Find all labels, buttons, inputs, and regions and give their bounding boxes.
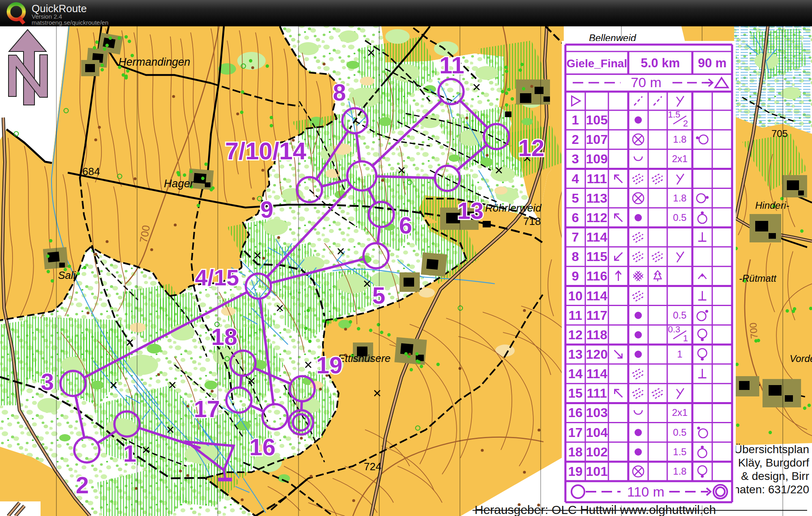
svg-text:114: 114 [586,230,608,244]
svg-text:1.8: 1.8 [673,466,686,477]
svg-text:8: 8 [333,79,346,105]
svg-text:14: 14 [568,366,583,381]
svg-text:1.8: 1.8 [673,193,686,203]
svg-text:2: 2 [683,118,688,128]
svg-text:Hager: Hager [164,178,194,190]
svg-text:1: 1 [123,440,136,467]
svg-text:4/15: 4/15 [195,265,239,290]
svg-text:104: 104 [586,425,608,440]
svg-text:10: 10 [568,289,583,303]
svg-text:13: 13 [568,347,583,362]
svg-text:19: 19 [568,464,583,479]
svg-text:0.5: 0.5 [673,427,686,438]
svg-text:8: 8 [572,249,579,264]
svg-text:Kläy, Burgdorf: Kläy, Burgdorf [738,456,810,469]
svg-text:120: 120 [586,347,608,362]
svg-text:114: 114 [586,289,608,303]
svg-text:12: 12 [568,328,583,342]
svg-text:70 m: 70 m [631,75,662,90]
svg-text:2x1: 2x1 [672,153,688,164]
svg-text:Hinderi-: Hinderi- [755,200,789,211]
svg-text:90 m: 90 m [698,56,727,70]
svg-text:684: 684 [82,165,100,178]
svg-text:5: 5 [372,282,385,308]
svg-text:1.5: 1.5 [673,446,686,457]
svg-text:Ettishüsere: Ettishüsere [338,352,391,364]
svg-text:9: 9 [572,269,579,283]
svg-text:102: 102 [586,445,608,459]
svg-text:19: 19 [316,352,343,378]
svg-text:112: 112 [586,210,608,225]
svg-text:6: 6 [399,212,412,238]
svg-text:4: 4 [572,171,579,186]
svg-text:0.3: 0.3 [668,324,681,334]
svg-text:16: 16 [568,405,583,420]
svg-text:7/10/14: 7/10/14 [225,137,307,165]
svg-text:1: 1 [683,333,688,343]
svg-text:103: 103 [586,405,608,420]
svg-text:1.5: 1.5 [668,109,681,120]
svg-text:0.5: 0.5 [673,212,686,223]
svg-text:15: 15 [568,386,583,400]
svg-text:113: 113 [586,191,608,206]
svg-text:13: 13 [458,197,484,224]
svg-text:Herausgeber: OLC Huttwil www.: Herausgeber: OLC Huttwil www.olghuttwil.… [475,503,716,516]
svg-text:-Rütmatt: -Rütmatt [739,273,777,284]
svg-text:1: 1 [677,349,682,360]
svg-text:6: 6 [572,210,579,225]
svg-text:5.0 km: 5.0 km [641,56,680,70]
svg-text:3: 3 [572,152,579,166]
svg-text:3: 3 [41,368,54,395]
svg-text:11: 11 [439,52,464,78]
svg-text:Vorder: Vorder [790,353,812,364]
svg-text:2: 2 [76,472,89,498]
svg-text:705: 705 [771,128,788,139]
svg-text:0.5: 0.5 [673,310,686,321]
svg-text:17: 17 [568,425,583,440]
svg-text:700: 700 [748,322,760,339]
svg-text:115: 115 [586,249,608,264]
svg-text:109: 109 [586,152,608,166]
svg-text:12: 12 [518,135,545,161]
svg-text:1.8: 1.8 [673,134,686,145]
svg-text:& design, Birr: & design, Birr [741,470,809,482]
svg-text:Giele_Final: Giele_Final [567,57,627,70]
svg-text:Übersichtsplan: Übersichtsplan [734,443,809,456]
svg-text:Hermandingen: Hermandingen [118,56,190,68]
svg-text:111: 111 [587,386,607,400]
svg-text:2: 2 [572,132,579,147]
svg-text:116: 116 [586,269,608,283]
svg-text:17: 17 [194,396,220,422]
svg-text:9: 9 [260,196,273,223]
svg-text:2x1: 2x1 [672,407,688,418]
svg-text:16: 16 [249,434,276,460]
svg-text:718: 718 [523,215,541,227]
svg-text:111: 111 [587,171,607,186]
svg-text:1: 1 [572,113,579,127]
svg-text:18: 18 [211,323,238,350]
svg-text:Röhrlerweid: Röhrlerweid [485,202,542,214]
svg-text:matstroeng.se/quickroute/en: matstroeng.se/quickroute/en [32,19,108,26]
svg-text:105: 105 [586,113,608,127]
svg-text:5: 5 [572,191,579,206]
svg-text:117: 117 [586,308,608,323]
svg-text:18: 18 [568,445,583,459]
svg-text:7: 7 [572,230,579,244]
svg-text:724: 724 [364,460,381,473]
svg-text:114: 114 [586,366,608,381]
svg-text:Sali: Sali [58,269,76,281]
svg-text:118: 118 [586,328,608,342]
svg-text:110 m: 110 m [627,484,664,499]
svg-text:11: 11 [569,308,582,323]
svg-text:101: 101 [586,464,608,479]
svg-text:107: 107 [586,132,608,147]
